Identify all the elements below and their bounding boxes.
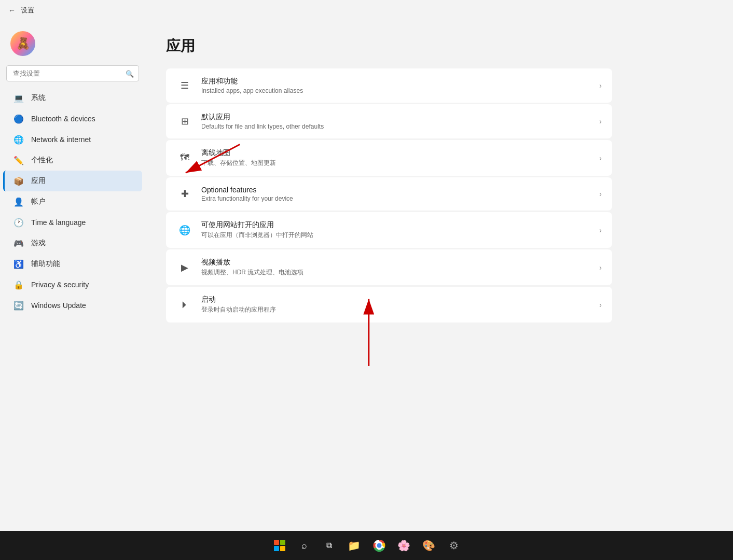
- main-area: 🧸 🔍 💻 系统 🔵 Bluetooth & devices 🌐 Network…: [0, 21, 733, 531]
- settings-icon-optional-features: ✚: [176, 186, 193, 202]
- sidebar-item-update[interactable]: 🔄 Windows Update: [3, 295, 142, 316]
- settings-arrow-startup: ›: [599, 301, 602, 309]
- settings-item-apps-features[interactable]: ☰ 应用和功能 Installed apps, app execution al…: [166, 68, 612, 103]
- paint-icon: 🎨: [422, 539, 435, 552]
- sidebar-label-privacy: Privacy & security: [31, 281, 89, 289]
- explorer-icon: 📁: [348, 539, 361, 552]
- sidebar-label-personalization: 个性化: [31, 156, 53, 165]
- search-box: 🔍: [6, 65, 139, 81]
- sidebar-item-bluetooth[interactable]: 🔵 Bluetooth & devices: [3, 108, 142, 129]
- settings-item-web-apps[interactable]: 🌐 可使用网站打开的应用 可以在应用（而非浏览器）中打开的网站 ›: [166, 212, 612, 248]
- settings-arrow-video-playback: ›: [599, 263, 602, 272]
- settings-item-startup[interactable]: ⏵ 启动 登录时自动启动的应用程序 ›: [166, 287, 612, 323]
- taskview-icon: ⧉: [326, 541, 332, 550]
- settings-title-web-apps: 可使用网站打开的应用: [201, 220, 591, 230]
- taskbar-chrome-button[interactable]: [370, 536, 389, 555]
- settings-item-default-apps[interactable]: ⊞ 默认应用 Defaults for file and link types,…: [166, 104, 612, 138]
- sidebar-icon-bluetooth: 🔵: [13, 114, 24, 124]
- settings-title-offline-maps: 离线地图: [201, 148, 591, 158]
- sidebar-items-container: 💻 系统 🔵 Bluetooth & devices 🌐 Network & i…: [0, 88, 145, 316]
- sidebar-label-apps: 应用: [31, 176, 46, 186]
- sidebar-icon-accounts: 👤: [13, 197, 24, 207]
- settings-arrow-apps-features: ›: [599, 81, 602, 90]
- settings-arrow-optional-features: ›: [599, 190, 602, 198]
- sidebar-item-time[interactable]: 🕐 Time & language: [3, 212, 142, 233]
- sidebar-label-network: Network & internet: [31, 135, 91, 144]
- settings-desc-startup: 登录时自动启动的应用程序: [201, 305, 591, 314]
- sidebar-label-accessibility: 辅助功能: [31, 259, 60, 269]
- settings-arrow-web-apps: ›: [599, 226, 602, 234]
- settings-list: ☰ 应用和功能 Installed apps, app execution al…: [166, 68, 612, 323]
- svg-point-5: [377, 543, 381, 548]
- sidebar-label-bluetooth: Bluetooth & devices: [31, 115, 95, 123]
- taskbar-search-button[interactable]: ⌕: [295, 536, 314, 555]
- search-input[interactable]: [6, 65, 139, 81]
- taskbar: ⌕ ⧉ 📁 🌸 🎨 ⚙: [0, 531, 733, 560]
- page-title: 应用: [166, 36, 712, 56]
- sidebar-item-personalization[interactable]: ✏️ 个性化: [3, 150, 142, 171]
- user-avatar-section: 🧸: [0, 26, 145, 64]
- sidebar-label-update: Windows Update: [31, 301, 86, 310]
- sidebar-item-accessibility[interactable]: ♿ 辅助功能: [3, 254, 142, 274]
- settings-icon-default-apps: ⊞: [176, 113, 193, 130]
- settings-icon: ⚙: [449, 539, 459, 552]
- sidebar-icon-gaming: 🎮: [13, 238, 24, 248]
- sidebar-icon-accessibility: ♿: [13, 259, 24, 269]
- sidebar-label-time: Time & language: [31, 218, 86, 227]
- sidebar-item-apps[interactable]: 📦 应用: [3, 171, 142, 191]
- settings-desc-video-playback: 视频调整、HDR 流式处理、电池选项: [201, 268, 591, 277]
- search-taskbar-icon: ⌕: [301, 540, 307, 551]
- sidebar-item-accounts[interactable]: 👤 帐户: [3, 191, 142, 212]
- content-wrapper: 应用 ☰ 应用和功能 Installed apps, app execution…: [145, 21, 733, 531]
- sidebar: 🧸 🔍 💻 系统 🔵 Bluetooth & devices 🌐 Network…: [0, 21, 145, 531]
- sidebar-icon-apps: 📦: [13, 176, 24, 186]
- title-bar: ← 设置: [0, 0, 733, 21]
- title-bar-label: 设置: [21, 6, 34, 15]
- sidebar-item-system[interactable]: 💻 系统: [3, 88, 142, 108]
- settings-title-startup: 启动: [201, 295, 591, 304]
- settings-arrow-offline-maps: ›: [599, 154, 602, 162]
- sidebar-label-accounts: 帐户: [31, 197, 46, 206]
- settings-icon-web-apps: 🌐: [176, 222, 193, 239]
- settings-desc-default-apps: Defaults for file and link types, other …: [201, 123, 591, 130]
- settings-icon-offline-maps: 🗺: [176, 150, 193, 166]
- search-icon: 🔍: [126, 69, 134, 77]
- back-button[interactable]: ←: [8, 6, 16, 15]
- settings-arrow-default-apps: ›: [599, 117, 602, 125]
- sidebar-label-system: 系统: [31, 93, 46, 103]
- chrome-icon: [373, 539, 385, 552]
- settings-item-optional-features[interactable]: ✚ Optional features Extra functionality …: [166, 177, 612, 211]
- settings-item-offline-maps[interactable]: 🗺 离线地图 下载、存储位置、地图更新 ›: [166, 140, 612, 176]
- photos-icon: 🌸: [397, 539, 410, 552]
- settings-title-video-playback: 视频播放: [201, 258, 591, 267]
- settings-title-optional-features: Optional features: [201, 186, 591, 194]
- settings-icon-apps-features: ☰: [176, 77, 193, 94]
- settings-desc-web-apps: 可以在应用（而非浏览器）中打开的网站: [201, 231, 591, 240]
- taskbar-taskview-button[interactable]: ⧉: [320, 536, 339, 555]
- taskbar-paint-button[interactable]: 🎨: [420, 536, 438, 555]
- windows-logo-icon: [274, 540, 285, 551]
- content-area: 应用 ☰ 应用和功能 Installed apps, app execution…: [145, 21, 733, 531]
- settings-item-video-playback[interactable]: ▶ 视频播放 视频调整、HDR 流式处理、电池选项 ›: [166, 249, 612, 285]
- taskbar-settings-button[interactable]: ⚙: [445, 536, 463, 555]
- sidebar-item-network[interactable]: 🌐 Network & internet: [3, 129, 142, 150]
- settings-desc-apps-features: Installed apps, app execution aliases: [201, 87, 591, 94]
- avatar[interactable]: 🧸: [10, 31, 35, 56]
- settings-title-default-apps: 默认应用: [201, 113, 591, 122]
- sidebar-icon-update: 🔄: [13, 300, 24, 311]
- settings-icon-startup: ⏵: [176, 297, 193, 313]
- sidebar-label-gaming: 游戏: [31, 239, 46, 248]
- sidebar-item-privacy[interactable]: 🔒 Privacy & security: [3, 274, 142, 295]
- settings-title-apps-features: 应用和功能: [201, 77, 591, 86]
- sidebar-icon-network: 🌐: [13, 134, 24, 145]
- taskbar-photos-button[interactable]: 🌸: [395, 536, 413, 555]
- taskbar-explorer-button[interactable]: 📁: [345, 536, 364, 555]
- settings-icon-video-playback: ▶: [176, 259, 193, 276]
- taskbar-windows-button[interactable]: [270, 536, 289, 555]
- sidebar-icon-personalization: ✏️: [13, 155, 24, 165]
- sidebar-item-gaming[interactable]: 🎮 游戏: [3, 233, 142, 254]
- sidebar-icon-privacy: 🔒: [13, 279, 24, 290]
- sidebar-icon-time: 🕐: [13, 217, 24, 228]
- sidebar-icon-system: 💻: [13, 93, 24, 103]
- settings-desc-optional-features: Extra functionality for your device: [201, 195, 591, 202]
